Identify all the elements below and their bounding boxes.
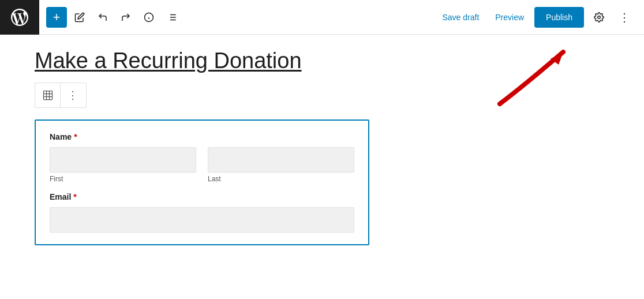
form-section: Name* First Last Email* xyxy=(35,119,369,245)
wordpress-logo-icon xyxy=(9,7,30,28)
list-view-button[interactable] xyxy=(162,7,182,28)
email-section: Email* xyxy=(50,192,354,233)
table-icon xyxy=(42,89,54,101)
undo-icon xyxy=(98,12,108,23)
first-name-label: First xyxy=(50,175,196,183)
name-fields-row: First Last xyxy=(50,147,354,183)
info-icon xyxy=(144,12,154,23)
name-field-label: Name* xyxy=(50,132,354,141)
email-field-label: Email* xyxy=(50,192,354,201)
email-input[interactable] xyxy=(50,207,354,233)
wp-logo xyxy=(0,0,39,35)
email-required-marker: * xyxy=(73,192,76,201)
edit-icon xyxy=(74,12,85,23)
svg-rect-11 xyxy=(43,91,52,100)
page-title: Make a Recurring Donation xyxy=(35,48,609,73)
undo-button[interactable] xyxy=(92,7,113,28)
redo-button[interactable] xyxy=(115,7,136,28)
publish-button[interactable]: Publish xyxy=(534,7,584,28)
toolbar-left: + xyxy=(39,7,436,28)
name-required-marker: * xyxy=(74,132,77,141)
list-view-icon xyxy=(167,12,177,23)
block-more-dots-icon: ⋮ xyxy=(68,89,79,102)
settings-button[interactable] xyxy=(589,7,609,28)
first-name-field: First xyxy=(50,147,196,183)
toolbar-right: Save draft Preview Publish ⋮ xyxy=(436,7,644,28)
last-name-label: Last xyxy=(208,175,354,183)
edit-button[interactable] xyxy=(69,7,90,28)
main-content: Make a Recurring Donation ⋮ Name* First xyxy=(0,35,644,259)
info-button[interactable] xyxy=(138,7,159,28)
add-block-button[interactable]: + xyxy=(46,7,67,28)
form-table-icon-button[interactable] xyxy=(35,83,61,108)
first-name-input[interactable] xyxy=(50,147,196,173)
toolbar: + xyxy=(0,0,644,35)
last-name-field: Last xyxy=(208,147,354,183)
preview-button[interactable]: Preview xyxy=(489,9,530,25)
block-more-options-button[interactable]: ⋮ xyxy=(61,83,86,108)
last-name-input[interactable] xyxy=(208,147,354,173)
gear-icon xyxy=(594,12,604,23)
redo-icon xyxy=(121,12,131,23)
svg-point-9 xyxy=(598,16,601,18)
save-draft-button[interactable]: Save draft xyxy=(436,9,485,25)
block-toolbar: ⋮ xyxy=(35,83,87,108)
more-options-button[interactable]: ⋮ xyxy=(614,7,635,28)
